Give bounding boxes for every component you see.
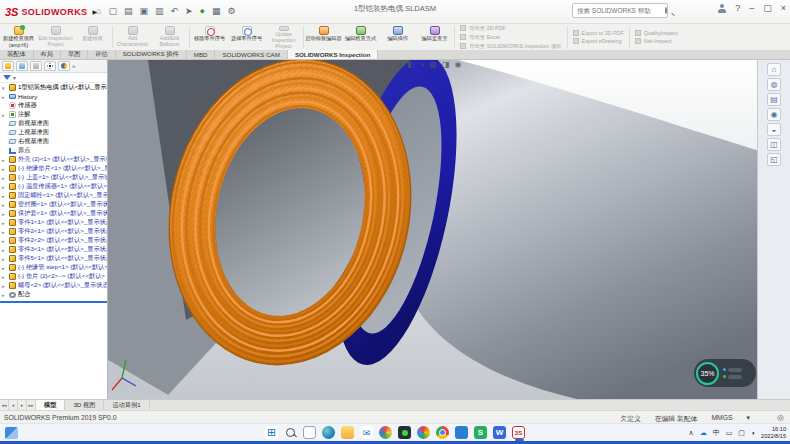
view-palette-icon[interactable]: ◉ xyxy=(767,108,781,121)
select-balloons-button[interactable]: 选择零件序号 xyxy=(228,24,265,50)
tray-chevron-icon[interactable]: ∧ xyxy=(689,429,694,437)
chrome-icon[interactable] xyxy=(436,426,449,439)
tree-item[interactable]: ▸History xyxy=(0,92,107,101)
tree-item[interactable]: ▸螺母<2> (默认<<默认>_显示状态 xyxy=(0,281,107,290)
tree-item[interactable]: 传感器 xyxy=(0,101,107,110)
login-icon[interactable] xyxy=(718,4,726,12)
hide-show-icon[interactable]: ◉ xyxy=(454,60,461,69)
minimize-button[interactable]: – xyxy=(749,3,754,13)
browser-icon[interactable] xyxy=(417,426,430,439)
home-icon[interactable]: ⌂ xyxy=(96,3,101,19)
tree-item[interactable]: ▸外壳 (2)<1> (默认<<默认>_显示状 xyxy=(0,155,107,164)
tree-item[interactable]: ▸保护套<1> (默认<<默认>_显示状 xyxy=(0,209,107,218)
tree-item[interactable]: ▸(-) 上盖<1> (默认<<默认>_显示状 xyxy=(0,173,107,182)
zoom-area-icon[interactable]: ◰ xyxy=(383,60,391,69)
tab-scroll-right-icon[interactable]: ▸ xyxy=(18,400,27,410)
help-search-input[interactable] xyxy=(573,7,665,14)
new-template-button[interactable]: 新建模板 xyxy=(74,24,111,50)
new-document-icon[interactable]: ▢ xyxy=(108,3,117,19)
help-search[interactable] xyxy=(572,3,668,18)
open-icon[interactable]: ▤ xyxy=(124,3,133,19)
featuremanager-tab[interactable] xyxy=(2,61,14,71)
tree-filter[interactable]: ▾ xyxy=(0,73,107,83)
displaymanager-tab[interactable] xyxy=(58,61,70,71)
edit-inspector-button[interactable]: 编辑监查方 xyxy=(416,24,453,50)
clock[interactable]: 16:10 2022/8/15 xyxy=(761,426,786,440)
print-icon[interactable]: ▥ xyxy=(155,3,164,19)
view-orientation-icon[interactable]: ◨ xyxy=(442,60,450,69)
custom-properties-icon[interactable]: ◫ xyxy=(767,138,781,151)
photos-icon[interactable] xyxy=(379,426,392,439)
display-settings-icon[interactable]: ▦ xyxy=(212,3,221,19)
qualityinspect-button[interactable]: QualityInspect xyxy=(635,30,678,36)
tab-assembly[interactable]: 装配体 xyxy=(0,50,34,59)
viewport-canvas[interactable]: ◻ ◰ ↺ ◧ ◑ ▦ ◨ ◉ 35% xyxy=(108,60,757,399)
previous-view-icon[interactable]: ↺ xyxy=(395,60,402,69)
edit-inspection-method-button[interactable]: 编辑检查方式 xyxy=(342,24,379,50)
add-characteristic-button[interactable]: Add Characteristic xyxy=(114,24,151,50)
ime-language[interactable]: 中 xyxy=(713,428,720,438)
home-icon[interactable]: ⌂ xyxy=(767,63,781,76)
tree-item[interactable]: ▸零件3<1> (默认<<默认>_显示状态 xyxy=(0,245,107,254)
file-explorer-icon[interactable]: ▤ xyxy=(767,93,781,106)
options-icon[interactable]: ⚙ xyxy=(228,3,236,19)
tree-item[interactable]: 原点 xyxy=(0,146,107,155)
rebuild-icon[interactable]: ● xyxy=(200,3,205,19)
tree-item[interactable]: ▸固定螺栓<1> (默认<<默认>_显示 xyxy=(0,191,107,200)
add-edit-balloons-button[interactable]: Add/Edit Balloons xyxy=(151,24,188,50)
tree-item[interactable]: ▸零件2<1> (默认<<默认>_显示状态 xyxy=(0,227,107,236)
restore-button[interactable]: ▢ xyxy=(763,3,772,13)
wps-icon[interactable]: W xyxy=(493,426,506,439)
section-view-icon[interactable]: ◧ xyxy=(407,60,415,69)
tree-item[interactable]: ▸(-) 垫片 (2)<2> -> (默认<<默认> xyxy=(0,272,107,281)
edit-operation-button[interactable]: 编辑操作 xyxy=(379,24,416,50)
zoom-level-badge[interactable]: 35% xyxy=(696,362,719,385)
onedrive-icon[interactable]: ☁ xyxy=(700,429,707,437)
tab-scroll-last-icon[interactable]: ▸▸ xyxy=(27,400,36,410)
start-button-icon[interactable]: ⊞ xyxy=(265,426,278,439)
scene-icon[interactable]: ▦ xyxy=(429,60,437,69)
select-icon[interactable]: ➤ xyxy=(185,3,193,19)
export-inspection-project-button[interactable]: 导出至 SOLIDWORKS Inspection 项目 xyxy=(460,43,562,50)
tree-item[interactable]: 前视基准面 xyxy=(0,119,107,128)
tab-scroll-first-icon[interactable]: ◂◂ xyxy=(0,400,9,410)
tree-item[interactable]: ▸注解 xyxy=(0,110,107,119)
tree-item[interactable]: 右视基准面 xyxy=(0,137,107,146)
launch-template-editor-button[interactable]: 启动模板编辑器 xyxy=(305,24,342,50)
rollback-bar[interactable] xyxy=(0,301,107,303)
new-inspection-project-button[interactable]: 新建检查项目 (amp:纬) xyxy=(0,24,37,50)
close-button[interactable]: × xyxy=(781,3,786,13)
tree-item[interactable]: ▸(-) 绝缘垫片<1> (默认<<默认>_显 xyxy=(0,164,107,173)
net-inspect-button[interactable]: Net-Inspect xyxy=(635,38,678,44)
undo-icon[interactable]: ↶ xyxy=(171,3,179,19)
tab-mbd[interactable]: MBD xyxy=(187,50,216,59)
propertymanager-tab[interactable] xyxy=(16,61,28,71)
tree-item[interactable]: ▸零件1<1> (默认<<默认>_显示状态 xyxy=(0,218,107,227)
configurationmanager-tab[interactable] xyxy=(30,61,42,71)
tab-cam[interactable]: SOLIDWORKS CAM xyxy=(215,50,287,59)
tree-item[interactable]: 上视基准面 xyxy=(0,128,107,137)
panel-overflow-icon[interactable]: » xyxy=(72,63,75,69)
taskbar-search-icon[interactable] xyxy=(284,426,297,439)
s-app-icon[interactable]: S xyxy=(474,426,487,439)
help-button[interactable]: ? xyxy=(735,3,740,13)
appearances-icon[interactable]: ◒ xyxy=(767,123,781,136)
edit-inspection-project-button[interactable]: Edit Inspection Project xyxy=(37,24,74,50)
tab-layout[interactable]: 布局 xyxy=(34,50,61,59)
save-icon[interactable]: ▣ xyxy=(139,3,148,19)
remove-balloons-button[interactable]: 移除零件序号 xyxy=(191,24,228,50)
tree-item[interactable]: ▸零件5<1> (默认<<默认>_显示状态 xyxy=(0,254,107,263)
appearance-icon[interactable]: ◑ xyxy=(419,60,424,69)
overlay-toggle-2[interactable] xyxy=(723,375,742,379)
tree-item[interactable]: ▸零件2<2> (默认<<默认>_显示状态 xyxy=(0,236,107,245)
tab-motion-study[interactable]: 运动算例1 xyxy=(104,400,149,410)
export-2d-pdf-button[interactable]: 导出至 2D PDF xyxy=(460,25,562,32)
tab-addins[interactable]: SOLIDWORKS 插件 xyxy=(116,50,187,59)
tab-inspection[interactable]: SOLIDWORKS Inspection xyxy=(288,50,378,59)
qq-icon[interactable] xyxy=(398,426,411,439)
export-3d-pdf-button[interactable]: Export to 3D PDF xyxy=(573,30,624,36)
update-inspection-project-button[interactable]: Update Inspection Project xyxy=(265,24,302,50)
tree-item[interactable]: ▸密封圈<1> (默认<<默认>_显示状 xyxy=(0,200,107,209)
filter-dropdown-icon[interactable]: ▾ xyxy=(13,74,16,81)
search-icon[interactable] xyxy=(665,7,667,14)
